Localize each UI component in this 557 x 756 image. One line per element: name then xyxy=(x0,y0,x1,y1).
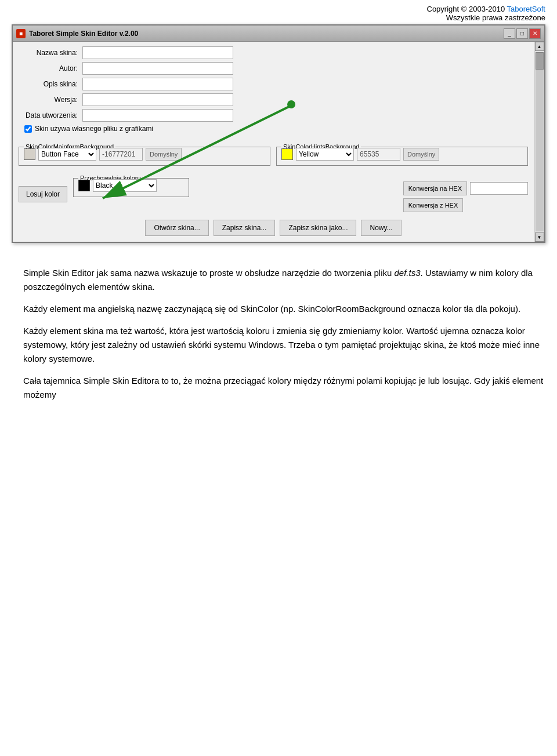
konwersja-input[interactable] xyxy=(470,182,528,195)
color-select2[interactable]: Yellow xyxy=(296,148,354,161)
konwersja-row2: Konwersja z HEX xyxy=(403,198,528,212)
color-swatch2 xyxy=(281,148,293,160)
label-autor: Autor: xyxy=(19,64,82,72)
black-select[interactable]: Black xyxy=(93,179,157,192)
main-area: Nazwa skina: Autor: Opis skina: Wer xyxy=(13,42,534,242)
checkbox-row: Skin używa własnego pliku z grafikami xyxy=(24,125,528,133)
copyright-header: Copyright © 2003-2010 TaboretSoft Wszyst… xyxy=(0,0,557,24)
scrollbar-track[interactable] xyxy=(536,52,544,231)
save-button[interactable]: Zapisz skina... xyxy=(214,220,276,236)
input-nazwa[interactable] xyxy=(82,46,233,59)
window-body: Nazwa skina: Autor: Opis skina: Wer xyxy=(13,42,544,242)
text-para-3: Każdy element skina ma też wartość, któr… xyxy=(23,324,545,366)
form-row-opis: Opis skina: xyxy=(19,78,528,90)
color-value2[interactable] xyxy=(357,148,400,161)
color-group2: SkinColorHintsBackground Yellow Domyślny xyxy=(276,143,528,166)
domysly-btn2[interactable]: Domyślny xyxy=(403,148,439,161)
scrollbar[interactable]: ▲ ▼ xyxy=(534,42,544,242)
color-value1[interactable] xyxy=(99,148,143,161)
przechowalnia-row: Black xyxy=(78,179,184,192)
color-group1: SkinColorMainformBackground Button Face … xyxy=(19,143,270,166)
taboretsoft-link[interactable]: TaboretSoft xyxy=(507,5,546,13)
form-section: Nazwa skina: Autor: Opis skina: Wer xyxy=(13,42,534,137)
scroll-up-btn[interactable]: ▲ xyxy=(535,42,544,51)
app-icon: ■ xyxy=(16,29,26,38)
window-wrap: ■ Taboret Simple Skin Editor v.2.00 _ □ … xyxy=(0,24,557,255)
middle-section: Losuj kolor Przechowalnia koloru Black xyxy=(13,172,534,215)
form-row-nazwa: Nazwa skina: xyxy=(19,46,528,59)
application-window: ■ Taboret Simple Skin Editor v.2.00 _ □ … xyxy=(12,24,545,243)
form-with-arrow: Nazwa skina: Autor: Opis skina: Wer xyxy=(13,42,534,137)
titlebar: ■ Taboret Simple Skin Editor v.2.00 _ □ … xyxy=(13,26,544,42)
color-row2: Yellow Domyślny xyxy=(281,148,523,161)
color-sections: SkinColorMainformBackground Button Face … xyxy=(19,143,528,166)
open-button[interactable]: Otwórz skina... xyxy=(145,220,208,236)
form-row-data: Data utworzenia: xyxy=(19,109,528,122)
text-content: Simple Skin Editor jak sama nazwa wskazu… xyxy=(0,255,557,421)
scrollbar-thumb[interactable] xyxy=(536,52,544,70)
label-opis: Opis skina: xyxy=(19,80,82,88)
black-swatch xyxy=(78,180,90,191)
text-para-1: Simple Skin Editor jak sama nazwa wskazu… xyxy=(23,266,545,294)
konwersja-na-hex-button[interactable]: Konwersja na HEX xyxy=(403,181,467,195)
close-button[interactable]: ✕ xyxy=(529,28,541,39)
text-para-4: Cała tajemnica Simple Skin Editora to to… xyxy=(23,374,545,402)
konwersja-section: Konwersja na HEX Konwersja z HEX xyxy=(403,181,528,212)
minimize-button[interactable]: _ xyxy=(504,28,515,39)
copyright-text: Copyright © 2003-2010 xyxy=(427,5,507,13)
input-opis[interactable] xyxy=(82,78,233,90)
domysly-btn1[interactable]: Domyślny xyxy=(146,148,182,161)
losuj-button[interactable]: Losuj kolor xyxy=(19,186,67,202)
input-autor[interactable] xyxy=(82,62,233,75)
bottom-buttons: Otwórz skina... Zapisz skina... Zapisz s… xyxy=(13,215,534,242)
form-row-autor: Autor: xyxy=(19,62,528,75)
form-row-wersja: Wersja: xyxy=(19,93,528,106)
label-data: Data utworzenia: xyxy=(19,111,82,119)
przechowalnia-group: Przechowalnia koloru Black xyxy=(73,175,189,197)
input-data[interactable] xyxy=(82,109,233,122)
rights-text: Wszystkie prawa zastrzeżone xyxy=(446,13,545,22)
input-wersja[interactable] xyxy=(82,93,233,106)
label-nazwa: Nazwa skina: xyxy=(19,49,82,57)
color-swatch1 xyxy=(24,148,35,160)
konwersja-row1: Konwersja na HEX xyxy=(403,181,528,195)
new-button[interactable]: Nowy... xyxy=(361,220,401,236)
checkbox-label: Skin używa własnego pliku z grafikami xyxy=(35,125,153,133)
label-wersja: Wersja: xyxy=(19,96,82,104)
titlebar-buttons: _ □ ✕ xyxy=(504,28,541,39)
skin-graphics-checkbox[interactable] xyxy=(24,125,32,133)
konwersja-z-hex-button[interactable]: Konwersja z HEX xyxy=(403,198,464,212)
window-title: Taboret Simple Skin Editor v.2.00 xyxy=(29,30,138,38)
color-row1: Button Face Domyślny xyxy=(24,148,265,161)
maximize-button[interactable]: □ xyxy=(516,28,528,39)
color-select1[interactable]: Button Face xyxy=(38,148,96,161)
scroll-down-btn[interactable]: ▼ xyxy=(535,232,544,242)
titlebar-left: ■ Taboret Simple Skin Editor v.2.00 xyxy=(16,29,138,38)
save-as-button[interactable]: Zapisz skina jako... xyxy=(280,220,356,236)
text-para-2: Każdy element ma angielską nazwę zaczyna… xyxy=(23,302,545,316)
